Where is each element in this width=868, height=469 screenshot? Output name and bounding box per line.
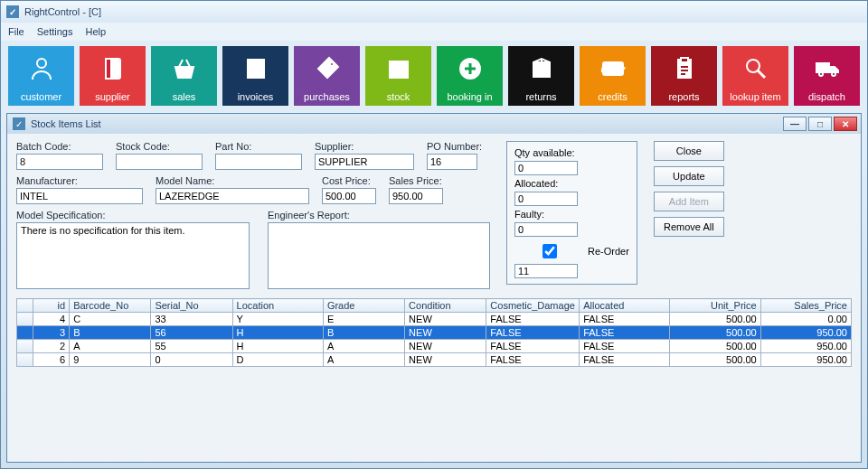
- grid-cell[interactable]: 6: [33, 353, 70, 367]
- grid-cell[interactable]: 500.00: [670, 353, 760, 367]
- grid-cell[interactable]: 56: [151, 326, 232, 340]
- grid-header[interactable]: Condition: [405, 299, 486, 313]
- grid-header[interactable]: Cosmetic_Damage: [486, 299, 580, 313]
- close-button[interactable]: Close: [654, 141, 724, 161]
- grid-cell[interactable]: B: [70, 326, 151, 340]
- grid-cell[interactable]: D: [232, 353, 323, 367]
- grid-rowheader[interactable]: [17, 326, 33, 340]
- menu-help[interactable]: Help: [85, 26, 106, 37]
- grid-cell[interactable]: B: [323, 326, 404, 340]
- grid-cell[interactable]: 3: [33, 326, 70, 340]
- grid-rowheader[interactable]: [17, 340, 33, 353]
- grid-cell[interactable]: 0: [151, 353, 232, 367]
- toolbar-supplier[interactable]: supplier: [80, 46, 146, 106]
- grid-cell[interactable]: 500.00: [670, 313, 760, 326]
- grid-cell[interactable]: 33: [151, 313, 232, 326]
- grid-header[interactable]: Unit_Price: [670, 299, 760, 313]
- batch-code-input[interactable]: [16, 154, 103, 170]
- qty-available-input[interactable]: [514, 161, 578, 175]
- grid-cell[interactable]: FALSE: [580, 326, 670, 340]
- po-number-input[interactable]: [427, 154, 477, 170]
- grid-cell[interactable]: 0.00: [760, 313, 851, 326]
- grid-cell[interactable]: 950.00: [760, 340, 851, 353]
- grid-cell[interactable]: 9: [70, 353, 151, 367]
- eng-report-textarea[interactable]: [268, 222, 490, 289]
- grid-cell[interactable]: 950.00: [760, 326, 851, 340]
- maximize-button[interactable]: □: [808, 117, 832, 131]
- grid-header[interactable]: Grade: [323, 299, 404, 313]
- table-row[interactable]: 3B56HBNEWFALSEFALSE500.00950.00: [17, 326, 852, 340]
- grid-cell[interactable]: A: [70, 340, 151, 353]
- stock-grid-wrap[interactable]: idBarcode_NoSerial_NoLocationGradeCondit…: [16, 298, 852, 453]
- grid-cell[interactable]: 55: [151, 340, 232, 353]
- add-item-button[interactable]: Add Item: [654, 192, 724, 211]
- table-row[interactable]: 690DANEWFALSEFALSE500.00950.00: [17, 353, 852, 367]
- grid-cell[interactable]: NEW: [405, 353, 486, 367]
- stock-grid[interactable]: idBarcode_NoSerial_NoLocationGradeCondit…: [16, 298, 852, 367]
- part-no-input[interactable]: [215, 154, 302, 170]
- grid-rowheader[interactable]: [17, 313, 33, 326]
- manufacturer-input[interactable]: [16, 188, 143, 204]
- minimize-button[interactable]: —: [783, 117, 807, 131]
- grid-cell[interactable]: NEW: [405, 326, 486, 340]
- grid-header[interactable]: Allocated: [580, 299, 670, 313]
- cost-price-input[interactable]: [322, 188, 376, 204]
- grid-header[interactable]: Barcode_No: [70, 299, 151, 313]
- grid-cell[interactable]: FALSE: [580, 353, 670, 367]
- reorder-checkbox[interactable]: [518, 244, 581, 258]
- supplier-input[interactable]: [315, 154, 414, 170]
- table-row[interactable]: 2A55HANEWFALSEFALSE500.00950.00: [17, 340, 852, 353]
- toolbar-returns[interactable]: returns: [508, 46, 574, 106]
- grid-cell[interactable]: A: [323, 340, 404, 353]
- grid-cell[interactable]: A: [323, 353, 404, 367]
- toolbar-lookup-item[interactable]: lookup item: [722, 46, 788, 106]
- stock-code-input[interactable]: [116, 154, 203, 170]
- update-button[interactable]: Update: [654, 166, 724, 186]
- grid-cell[interactable]: NEW: [405, 313, 486, 326]
- faulty-input[interactable]: [514, 222, 578, 237]
- grid-cell[interactable]: 500.00: [670, 340, 760, 353]
- grid-header[interactable]: Sales_Price: [760, 299, 851, 313]
- grid-cell[interactable]: H: [232, 326, 323, 340]
- model-name-input[interactable]: [156, 188, 309, 204]
- grid-cell[interactable]: H: [232, 340, 323, 353]
- table-row[interactable]: 4C33YENEWFALSEFALSE500.000.00: [17, 313, 852, 326]
- grid-cell[interactable]: FALSE: [580, 313, 670, 326]
- grid-cell[interactable]: 4: [33, 313, 70, 326]
- model-spec-textarea[interactable]: There is no specification for this item.: [16, 222, 250, 289]
- toolbar-reports[interactable]: reports: [651, 46, 717, 106]
- grid-header[interactable]: id: [33, 299, 70, 313]
- grid-cell[interactable]: E: [323, 313, 404, 326]
- grid-cell[interactable]: C: [70, 313, 151, 326]
- grid-cell[interactable]: FALSE: [486, 353, 580, 367]
- allocated-input[interactable]: [514, 192, 578, 206]
- menu-settings[interactable]: Settings: [37, 26, 73, 37]
- remove-all-button[interactable]: Remove All: [654, 217, 724, 237]
- grid-header[interactable]: Serial_No: [151, 299, 232, 313]
- grid-cell[interactable]: Y: [232, 313, 323, 326]
- toolbar-credits[interactable]: 1234 567credits: [580, 46, 646, 106]
- grid-cell[interactable]: 950.00: [760, 353, 851, 367]
- toolbar-purchases[interactable]: purchases: [294, 46, 360, 106]
- grid-cell[interactable]: FALSE: [486, 313, 580, 326]
- reorder-input[interactable]: [514, 264, 578, 278]
- purchases-icon: [313, 46, 342, 91]
- sales-price-input[interactable]: [389, 188, 443, 204]
- toolbar-sales[interactable]: sales: [151, 46, 217, 106]
- close-window-button[interactable]: ✕: [834, 117, 857, 131]
- grid-cell[interactable]: FALSE: [486, 326, 580, 340]
- grid-cell[interactable]: 2: [33, 340, 70, 353]
- toolbar-dispatch[interactable]: dispatch: [794, 46, 860, 106]
- grid-cell[interactable]: NEW: [405, 340, 486, 353]
- grid-header[interactable]: Location: [232, 299, 323, 313]
- menu-file[interactable]: File: [8, 26, 24, 37]
- toolbar-booking-in[interactable]: booking in: [437, 46, 503, 106]
- grid-cell[interactable]: FALSE: [486, 340, 580, 353]
- toolbar-invoices[interactable]: invoices: [222, 46, 288, 106]
- grid-cell[interactable]: 500.00: [670, 326, 760, 340]
- toolbar-customer[interactable]: customer: [8, 46, 74, 106]
- grid-rowheader[interactable]: [17, 353, 33, 367]
- grid-cell[interactable]: FALSE: [580, 340, 670, 353]
- invoices-icon: [241, 46, 270, 91]
- toolbar-stock[interactable]: stock: [365, 46, 431, 106]
